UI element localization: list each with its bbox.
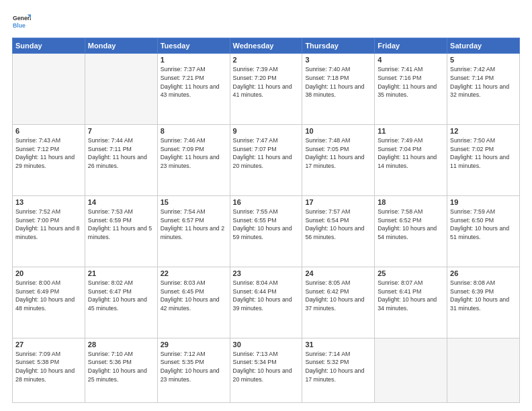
day-number: 15 bbox=[161, 198, 227, 206]
calendar-cell: 25Sunrise: 8:07 AMSunset: 6:41 PMDayligh… bbox=[375, 267, 447, 338]
calendar-cell: 26Sunrise: 8:08 AMSunset: 6:39 PMDayligh… bbox=[447, 267, 520, 338]
day-number: 5 bbox=[450, 56, 517, 64]
day-number: 11 bbox=[378, 127, 444, 135]
day-detail: Sunrise: 8:03 AMSunset: 6:45 PMDaylight:… bbox=[161, 279, 227, 313]
logo: General Blue bbox=[12, 12, 31, 31]
calendar-cell: 2Sunrise: 7:39 AMSunset: 7:20 PMDaylight… bbox=[230, 54, 302, 125]
day-number: 27 bbox=[15, 340, 82, 349]
day-number: 9 bbox=[233, 127, 300, 135]
day-detail: Sunrise: 7:44 AMSunset: 7:11 PMDaylight:… bbox=[88, 136, 154, 171]
calendar-cell: 5Sunrise: 7:42 AMSunset: 7:14 PMDaylight… bbox=[447, 54, 520, 125]
day-detail: Sunrise: 7:09 AMSunset: 5:38 PMDaylight:… bbox=[15, 350, 82, 384]
day-number: 6 bbox=[15, 127, 82, 135]
day-number: 22 bbox=[161, 269, 227, 277]
calendar-cell bbox=[85, 54, 157, 125]
weekday-header: Monday bbox=[85, 38, 157, 54]
svg-text:Blue: Blue bbox=[13, 22, 26, 29]
day-number: 2 bbox=[233, 56, 300, 64]
logo-icon: General Blue bbox=[12, 12, 31, 31]
day-detail: Sunrise: 7:55 AMSunset: 6:55 PMDaylight:… bbox=[233, 208, 300, 242]
day-detail: Sunrise: 7:39 AMSunset: 7:20 PMDaylight:… bbox=[233, 65, 300, 99]
calendar-week: 27Sunrise: 7:09 AMSunset: 5:38 PMDayligh… bbox=[13, 338, 520, 402]
day-number: 3 bbox=[305, 56, 371, 64]
day-detail: Sunrise: 7:37 AMSunset: 7:21 PMDaylight:… bbox=[161, 65, 227, 99]
calendar-cell: 10Sunrise: 7:48 AMSunset: 7:05 PMDayligh… bbox=[302, 124, 375, 195]
day-detail: Sunrise: 7:46 AMSunset: 7:09 PMDaylight:… bbox=[161, 136, 227, 171]
calendar-cell: 6Sunrise: 7:43 AMSunset: 7:12 PMDaylight… bbox=[13, 124, 85, 195]
calendar-cell: 12Sunrise: 7:50 AMSunset: 7:02 PMDayligh… bbox=[447, 124, 520, 195]
day-detail: Sunrise: 8:02 AMSunset: 6:47 PMDaylight:… bbox=[88, 279, 154, 313]
day-number: 18 bbox=[378, 198, 444, 206]
day-number: 31 bbox=[305, 340, 371, 349]
day-number: 16 bbox=[233, 198, 300, 206]
calendar-cell: 8Sunrise: 7:46 AMSunset: 7:09 PMDaylight… bbox=[157, 124, 230, 195]
calendar-table: SundayMondayTuesdayWednesdayThursdayFrid… bbox=[12, 38, 520, 403]
weekday-header: Friday bbox=[375, 38, 447, 54]
day-detail: Sunrise: 8:04 AMSunset: 6:44 PMDaylight:… bbox=[233, 279, 300, 313]
day-number: 13 bbox=[15, 198, 82, 206]
day-number: 29 bbox=[161, 340, 227, 349]
calendar-cell: 7Sunrise: 7:44 AMSunset: 7:11 PMDaylight… bbox=[85, 124, 157, 195]
calendar-cell bbox=[13, 54, 85, 125]
day-number: 1 bbox=[161, 56, 227, 64]
day-detail: Sunrise: 8:00 AMSunset: 6:49 PMDaylight:… bbox=[15, 279, 82, 313]
weekday-header: Wednesday bbox=[230, 38, 302, 54]
day-number: 14 bbox=[88, 198, 154, 206]
day-detail: Sunrise: 7:43 AMSunset: 7:12 PMDaylight:… bbox=[15, 136, 82, 171]
day-number: 21 bbox=[88, 269, 154, 277]
svg-text:General: General bbox=[13, 15, 31, 21]
weekday-header: Sunday bbox=[13, 38, 85, 54]
calendar-cell: 13Sunrise: 7:52 AMSunset: 7:00 PMDayligh… bbox=[13, 195, 85, 267]
day-detail: Sunrise: 7:53 AMSunset: 6:59 PMDaylight:… bbox=[88, 208, 154, 242]
day-number: 19 bbox=[450, 198, 517, 206]
day-detail: Sunrise: 7:49 AMSunset: 7:04 PMDaylight:… bbox=[378, 136, 444, 171]
calendar-week: 20Sunrise: 8:00 AMSunset: 6:49 PMDayligh… bbox=[13, 267, 520, 338]
day-detail: Sunrise: 7:57 AMSunset: 6:54 PMDaylight:… bbox=[305, 208, 371, 242]
day-number: 8 bbox=[161, 127, 227, 135]
day-detail: Sunrise: 7:48 AMSunset: 7:05 PMDaylight:… bbox=[305, 136, 371, 171]
day-detail: Sunrise: 7:13 AMSunset: 5:34 PMDaylight:… bbox=[233, 350, 300, 384]
calendar-cell: 11Sunrise: 7:49 AMSunset: 7:04 PMDayligh… bbox=[375, 124, 447, 195]
calendar-week: 1Sunrise: 7:37 AMSunset: 7:21 PMDaylight… bbox=[13, 54, 520, 125]
day-detail: Sunrise: 7:54 AMSunset: 6:57 PMDaylight:… bbox=[161, 208, 227, 242]
day-detail: Sunrise: 7:12 AMSunset: 5:35 PMDaylight:… bbox=[161, 350, 227, 384]
day-number: 28 bbox=[88, 340, 154, 349]
calendar-week: 6Sunrise: 7:43 AMSunset: 7:12 PMDaylight… bbox=[13, 124, 520, 195]
day-detail: Sunrise: 7:40 AMSunset: 7:18 PMDaylight:… bbox=[305, 65, 371, 99]
day-detail: Sunrise: 7:47 AMSunset: 7:07 PMDaylight:… bbox=[233, 136, 300, 171]
weekday-header: Saturday bbox=[447, 38, 520, 54]
day-detail: Sunrise: 7:42 AMSunset: 7:14 PMDaylight:… bbox=[450, 65, 517, 99]
day-detail: Sunrise: 7:59 AMSunset: 6:50 PMDaylight:… bbox=[450, 208, 517, 242]
calendar-cell: 17Sunrise: 7:57 AMSunset: 6:54 PMDayligh… bbox=[302, 195, 375, 267]
header: General Blue bbox=[12, 12, 520, 31]
calendar-cell: 9Sunrise: 7:47 AMSunset: 7:07 PMDaylight… bbox=[230, 124, 302, 195]
calendar-cell: 20Sunrise: 8:00 AMSunset: 6:49 PMDayligh… bbox=[13, 267, 85, 338]
calendar-cell: 21Sunrise: 8:02 AMSunset: 6:47 PMDayligh… bbox=[85, 267, 157, 338]
day-number: 17 bbox=[305, 198, 371, 206]
day-detail: Sunrise: 7:58 AMSunset: 6:52 PMDaylight:… bbox=[378, 208, 444, 242]
calendar-cell: 16Sunrise: 7:55 AMSunset: 6:55 PMDayligh… bbox=[230, 195, 302, 267]
day-number: 12 bbox=[450, 127, 517, 135]
calendar-cell: 22Sunrise: 8:03 AMSunset: 6:45 PMDayligh… bbox=[157, 267, 230, 338]
day-detail: Sunrise: 7:10 AMSunset: 5:36 PMDaylight:… bbox=[88, 350, 154, 384]
calendar-week: 13Sunrise: 7:52 AMSunset: 7:00 PMDayligh… bbox=[13, 195, 520, 267]
day-detail: Sunrise: 8:05 AMSunset: 6:42 PMDaylight:… bbox=[305, 279, 371, 313]
day-number: 24 bbox=[305, 269, 371, 277]
day-detail: Sunrise: 7:50 AMSunset: 7:02 PMDaylight:… bbox=[450, 136, 517, 171]
calendar-cell: 18Sunrise: 7:58 AMSunset: 6:52 PMDayligh… bbox=[375, 195, 447, 267]
calendar-cell: 1Sunrise: 7:37 AMSunset: 7:21 PMDaylight… bbox=[157, 54, 230, 125]
calendar-cell: 24Sunrise: 8:05 AMSunset: 6:42 PMDayligh… bbox=[302, 267, 375, 338]
calendar-cell: 15Sunrise: 7:54 AMSunset: 6:57 PMDayligh… bbox=[157, 195, 230, 267]
day-detail: Sunrise: 7:41 AMSunset: 7:16 PMDaylight:… bbox=[378, 65, 444, 99]
calendar-cell: 27Sunrise: 7:09 AMSunset: 5:38 PMDayligh… bbox=[13, 338, 85, 402]
calendar-cell: 28Sunrise: 7:10 AMSunset: 5:36 PMDayligh… bbox=[85, 338, 157, 402]
day-number: 10 bbox=[305, 127, 371, 135]
day-number: 26 bbox=[450, 269, 517, 277]
page: General Blue SundayMondayTuesdayWednesda… bbox=[0, 0, 532, 411]
calendar-cell: 4Sunrise: 7:41 AMSunset: 7:16 PMDaylight… bbox=[375, 54, 447, 125]
day-number: 20 bbox=[15, 269, 82, 277]
day-number: 30 bbox=[233, 340, 300, 349]
day-detail: Sunrise: 7:14 AMSunset: 5:32 PMDaylight:… bbox=[305, 350, 371, 384]
weekday-header: Thursday bbox=[302, 38, 375, 54]
day-number: 23 bbox=[233, 269, 300, 277]
